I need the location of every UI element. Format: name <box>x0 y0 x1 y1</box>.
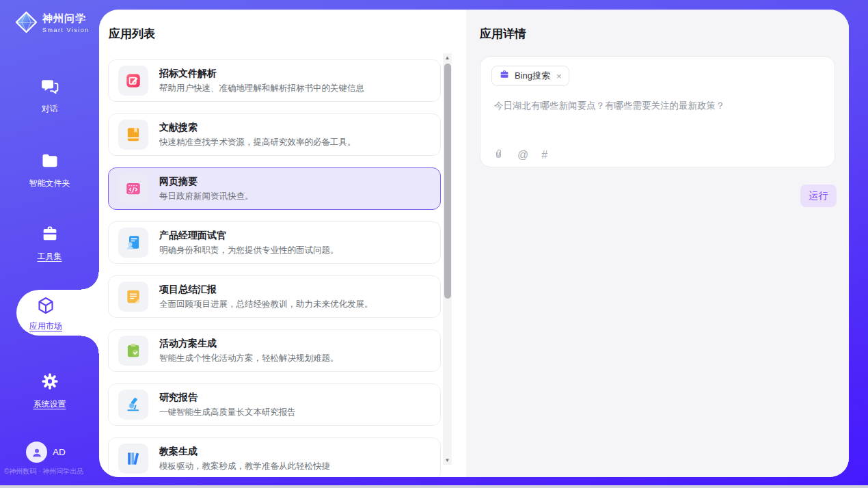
edit-doc-icon <box>118 66 148 96</box>
scrollbar-down-icon[interactable]: ▼ <box>443 456 452 465</box>
sidebar-item-chat[interactable]: 对话 <box>0 77 99 115</box>
app-desc: 明确身份和职责，为您提供专业性的面试问题。 <box>159 245 339 256</box>
books-icon <box>118 444 148 474</box>
app-detail-title: 应用详情 <box>480 26 526 42</box>
person-doc-icon <box>118 228 148 258</box>
scrollbar-up-icon[interactable]: ▲ <box>443 53 452 62</box>
app-desc: 全面回顾项目进展，总结经验教训，助力未来优化发展。 <box>159 299 373 310</box>
attachment-icon[interactable] <box>493 147 504 163</box>
book-icon <box>118 120 148 150</box>
app-title: 产品经理面试官 <box>159 230 339 242</box>
sidebar-item-app-market[interactable]: 应用市场 <box>16 290 99 336</box>
brand-logo: 神州问学 Smart Vision <box>14 10 90 37</box>
sidebar-item-toolset[interactable]: 工具集 <box>0 224 99 262</box>
scrollbar-thumb[interactable] <box>444 64 451 299</box>
copyright-footer: ©神州数码 · 神州问学出品 <box>4 467 99 476</box>
app-title: 文献搜索 <box>159 122 356 134</box>
app-desc: 一键智能生成高质量长文本研究报告 <box>159 407 296 418</box>
sidebar: 神州问学 Smart Vision 对话 智能文件夹 <box>0 0 99 488</box>
topic-icon[interactable]: # <box>541 148 547 162</box>
sidebar-item-label: 应用市场 <box>29 321 62 332</box>
app-desc: 帮助用户快速、准确地理解和解析招标书中的关键信息 <box>159 83 364 94</box>
app-desc: 模板驱动，教案秒成，教学准备从此轻松快捷 <box>159 461 330 472</box>
sidebar-item-label: 对话 <box>42 103 58 115</box>
chat-icon <box>40 77 59 98</box>
web-code-icon <box>118 174 148 204</box>
app-card-bid-doc-parse[interactable]: 招标文件解析 帮助用户快速、准确地理解和解析招标书中的关键信息 <box>108 59 441 102</box>
cube-icon <box>36 295 56 318</box>
brand-name: 神州问学 <box>42 12 90 25</box>
sidebar-item-label: 工具集 <box>38 251 62 262</box>
app-card-event-plan[interactable]: 活动方案生成 智能生成个性化活动方案，轻松解决规划难题。 <box>108 329 441 372</box>
diamond-logo-icon <box>14 10 38 37</box>
brand-subtitle: Smart Vision <box>42 27 90 33</box>
avatar <box>26 442 47 463</box>
microscope-icon <box>118 390 148 420</box>
app-title: 招标文件解析 <box>159 68 364 80</box>
app-desc: 智能生成个性化活动方案，轻松解决规划难题。 <box>159 353 339 364</box>
sidebar-item-settings[interactable]: 系统设置 <box>0 372 99 410</box>
user-account[interactable]: AD <box>26 442 66 463</box>
sidebar-item-label: 智能文件夹 <box>29 178 70 189</box>
app-title: 活动方案生成 <box>159 338 339 350</box>
app-list-title: 应用列表 <box>109 26 155 42</box>
app-desc: 每日政府新闻资讯快查。 <box>159 191 254 202</box>
app-card-web-summary[interactable]: 网页摘要 每日政府新闻资讯快查。 <box>108 167 441 210</box>
user-avatar-icon <box>30 446 44 459</box>
clipboard-check-icon <box>118 336 148 366</box>
tool-tag-label: Bing搜索 <box>515 70 550 82</box>
briefcase-icon <box>499 69 510 83</box>
folder-icon <box>40 151 59 173</box>
close-icon[interactable]: × <box>556 71 562 81</box>
user-name: AD <box>53 447 66 457</box>
window-bottom-edge <box>0 485 868 488</box>
main-panel: 应用列表 招标文件解析 帮助用户快速、准确地理解和解析招标书中的关键信息 <box>99 10 849 477</box>
query-input[interactable]: 今日湖北有哪些新闻要点？有哪些需要关注的最新政策？ <box>494 100 822 112</box>
app-card-project-summary[interactable]: 项目总结汇报 全面回顾项目进展，总结经验教训，助力未来优化发展。 <box>108 275 441 318</box>
app-card-pm-interviewer[interactable]: 产品经理面试官 明确身份和职责，为您提供专业性的面试问题。 <box>108 221 441 264</box>
list-scrollbar[interactable]: ▲ ▼ <box>443 53 452 465</box>
app-card-literature-search[interactable]: 文献搜索 快速精准查找学术资源，提高研究效率的必备工具。 <box>108 113 441 156</box>
sidebar-item-label: 系统设置 <box>33 398 66 410</box>
app-card-research-report[interactable]: 研究报告 一键智能生成高质量长文本研究报告 <box>108 383 441 426</box>
app-card-lesson-plan[interactable]: 教案生成 模板驱动，教案秒成，教学准备从此轻松快捷 <box>108 437 441 477</box>
app-title: 研究报告 <box>159 392 296 404</box>
query-composer[interactable]: Bing搜索 × 今日湖北有哪些新闻要点？有哪些需要关注的最新政策？ @ # <box>480 56 835 167</box>
run-button[interactable]: 运行 <box>800 185 837 207</box>
app-title: 教案生成 <box>159 446 330 458</box>
mention-icon[interactable]: @ <box>517 148 528 162</box>
note-icon <box>118 282 148 312</box>
toolbox-icon <box>40 224 59 246</box>
gear-icon <box>40 372 59 394</box>
app-desc: 快速精准查找学术资源，提高研究效率的必备工具。 <box>159 137 356 148</box>
sidebar-item-smart-folder[interactable]: 智能文件夹 <box>0 151 99 189</box>
app-title: 项目总结汇报 <box>159 284 373 296</box>
app-title: 网页摘要 <box>159 176 254 188</box>
tool-tag-bing-search[interactable]: Bing搜索 × <box>491 66 569 86</box>
app-list: 招标文件解析 帮助用户快速、准确地理解和解析招标书中的关键信息 文献搜索 快速精… <box>108 59 441 477</box>
app-detail-panel: 应用详情 Bing搜索 × 今日湖北有哪些新闻要点？有哪些需要关注的最新政策？ <box>466 10 849 477</box>
